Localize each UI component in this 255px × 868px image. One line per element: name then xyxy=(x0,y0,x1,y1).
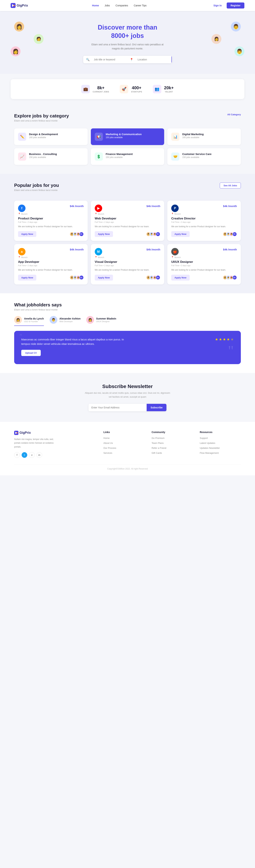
newsletter-input[interactable] xyxy=(89,404,147,411)
newsletter-section: Subscribe Newsletter Aliquam dui nisi, i… xyxy=(0,373,255,422)
testimonial-role-alexander: Web Developer xyxy=(60,320,81,322)
footer: GigPrix Nullam nisi magna, tempor vita n… xyxy=(0,422,255,475)
testimonial-role-summer: UI/UX Designer xyxy=(96,320,116,322)
testimonial-avatar-summer: 👩 xyxy=(86,316,94,324)
testimonial-name-amelia: Amelia du Lynch xyxy=(24,317,44,320)
job-desc-apple: We are looking for a senior Product desi… xyxy=(171,268,237,272)
job-title-amazon: App Developer xyxy=(18,260,84,264)
jobs-section-header: Popular jobs for you Etiam sed uma a lor… xyxy=(14,183,241,196)
company-location-apple: 📍 Munich xyxy=(171,256,181,258)
nav-home[interactable]: Home xyxy=(92,4,99,7)
applicant-count: 6+ xyxy=(156,232,160,237)
testimonial-tab-amelia[interactable]: 👩 Amelia du Lynch CEO & Founder xyxy=(14,316,44,326)
footer-link-services[interactable]: Services xyxy=(103,452,112,454)
job-salary-amazon: $4k /month xyxy=(70,248,84,251)
newsletter-title: Subscribe Newsletter xyxy=(14,383,241,389)
footer-link-about[interactable]: About Us xyxy=(103,442,113,444)
location-input[interactable] xyxy=(135,56,171,63)
stat-jobs-num: 8k+ xyxy=(93,85,109,90)
category-customer[interactable]: 🤝 Customer Service Care 150 jobs availab… xyxy=(167,148,241,165)
applicant-count: 6+ xyxy=(79,275,84,280)
nav-career-tips[interactable]: Career Tips xyxy=(134,4,147,7)
nav-jobs[interactable]: Jobs xyxy=(105,4,110,7)
category-digital-jobs: 160 jobs available xyxy=(182,136,204,139)
jobs-subtitle: Etiam sed uma a lorem finibus lacul mont… xyxy=(14,189,59,191)
social-facebook[interactable]: f xyxy=(14,452,20,458)
footer-links-list: Home About Us Our Process Services xyxy=(103,436,145,455)
category-finance[interactable]: 💲 Finance Management 150 jobs available xyxy=(91,148,164,165)
footer-resource-updates[interactable]: Latest Updates xyxy=(200,442,215,444)
all-category-link[interactable]: All Category xyxy=(227,113,241,116)
job-card-top-paypal: P 📍 Munich $4k /month xyxy=(171,205,237,215)
apply-button-microsoft[interactable]: Apply Now xyxy=(95,275,113,281)
jobs-title: Popular jobs for you xyxy=(14,183,59,188)
apply-button-youtube[interactable]: Apply Now xyxy=(95,231,113,237)
hero-avatar-3: 🧑 xyxy=(34,34,43,44)
footer-resource-support[interactable]: Support xyxy=(200,437,208,439)
apply-button-paypal[interactable]: Apply Now xyxy=(171,231,189,237)
testimonial-quote: Maecenas ac commodo liber integer bland … xyxy=(21,337,127,346)
testimonials-title: What jobholders says xyxy=(14,302,241,308)
logo-text: GigPrix xyxy=(17,4,28,7)
testimonial-avatar-alexander: 👨 xyxy=(50,316,57,324)
applicant-count: 6+ xyxy=(79,232,84,237)
category-finance-title: Finance Management xyxy=(106,153,133,155)
footer-community-refer[interactable]: Refer a Friend xyxy=(152,447,166,449)
star-2: ★ xyxy=(219,337,222,341)
applicants-facebook: 👩 👨 👩 6+ xyxy=(70,232,84,237)
job-type-apple: Full Time • 2 days ago xyxy=(171,265,237,267)
testimonial-tabs: 👩 Amelia du Lynch CEO & Founder 👨 Alexan… xyxy=(14,316,241,326)
stat-talent: 👥 20k+ TALENT xyxy=(153,85,174,93)
applicant-count: 6+ xyxy=(156,275,160,280)
search-input[interactable] xyxy=(91,56,128,63)
job-type-youtube: Full Time • 2 days ago xyxy=(95,221,160,223)
logo: GigPrix xyxy=(11,3,28,8)
category-marketing[interactable]: 📢 Marketing & Communication 150 jobs ava… xyxy=(91,128,164,145)
footer-link-home[interactable]: Home xyxy=(103,437,109,439)
footer-community-gift[interactable]: Gift Cards xyxy=(152,452,162,454)
stat-jobs-icon: 💼 xyxy=(81,85,90,93)
newsletter-subscribe-button[interactable]: Subscribe xyxy=(147,404,166,411)
footer-resource-newsletter[interactable]: Updates Newsletter xyxy=(200,447,220,449)
company-location-amazon: 📍 Munich xyxy=(18,256,27,258)
footer-community-teams[interactable]: Team Plans xyxy=(152,442,164,444)
testimonials-subtitle: Etiam sed uma a lorem finibus lacul mont… xyxy=(14,308,241,311)
testimonial-tab-summer[interactable]: 👩 Summer Bladwin UI/UX Designer xyxy=(86,316,116,326)
footer-resource-flow[interactable]: Flow Management xyxy=(200,452,219,454)
job-salary-youtube: $4k /month xyxy=(147,205,160,208)
social-twitter[interactable]: t xyxy=(22,452,27,458)
footer-logo: GigPrix xyxy=(14,431,96,435)
category-business[interactable]: 📈 Business . Consulting 150 jobs availab… xyxy=(14,148,88,165)
nav-companies[interactable]: Companies xyxy=(116,4,128,7)
company-logo-paypal: P xyxy=(171,205,179,212)
hero-section: 👩 👨 🧑 👩 👩 👨 Discover more than 8000+ job… xyxy=(0,11,255,74)
search-icon: 🔍 xyxy=(83,58,91,61)
apply-button-facebook[interactable]: Apply Now xyxy=(18,231,36,237)
category-digital[interactable]: 📊 Digital Marketing 160 jobs available xyxy=(167,128,241,145)
footer-community-premium[interactable]: Go Premium xyxy=(152,437,164,439)
job-salary-paypal: $4k /month xyxy=(223,205,237,208)
star-4: ★ xyxy=(227,337,230,341)
category-business-icon: 📈 xyxy=(18,153,26,161)
job-title-apple: UI/UX Designer xyxy=(171,260,237,264)
stat-startups-icon: 🚀 xyxy=(120,85,128,93)
register-button[interactable]: Register xyxy=(227,2,244,8)
social-vimeo[interactable]: v xyxy=(29,452,35,458)
see-all-jobs-button[interactable]: See All Jobs xyxy=(220,183,241,188)
categories-subtitle: Etiam sed uma a lorem finibus lacul mont… xyxy=(14,119,69,122)
categories-section: Explore jobs by category Etiam sed uma a… xyxy=(0,104,255,174)
footer-links-title: Links xyxy=(103,431,145,434)
job-desc-microsoft: We are looking for a senior Product desi… xyxy=(95,268,160,272)
testimonial-tab-alexander[interactable]: 👨 Alexander Ashton Web Developer xyxy=(50,316,81,326)
social-linkedin[interactable]: in xyxy=(36,452,42,458)
signin-button[interactable]: Sign In xyxy=(211,3,225,8)
category-design[interactable]: ✏️ Design & Development 160 jobs availab… xyxy=(14,128,88,145)
footer-community-list: Go Premium Team Plans Refer a Friend Gif… xyxy=(152,436,193,455)
search-button[interactable]: SEARCH xyxy=(171,56,172,63)
apply-button-amazon[interactable]: Apply Now xyxy=(18,275,36,281)
company-location-microsoft: 📍 Munich xyxy=(95,256,104,258)
upload-cv-button[interactable]: Upload CV xyxy=(21,350,41,356)
footer-socials: f t v in xyxy=(14,452,96,458)
apply-button-apple[interactable]: Apply Now xyxy=(171,275,189,281)
footer-link-process[interactable]: Our Process xyxy=(103,447,116,449)
